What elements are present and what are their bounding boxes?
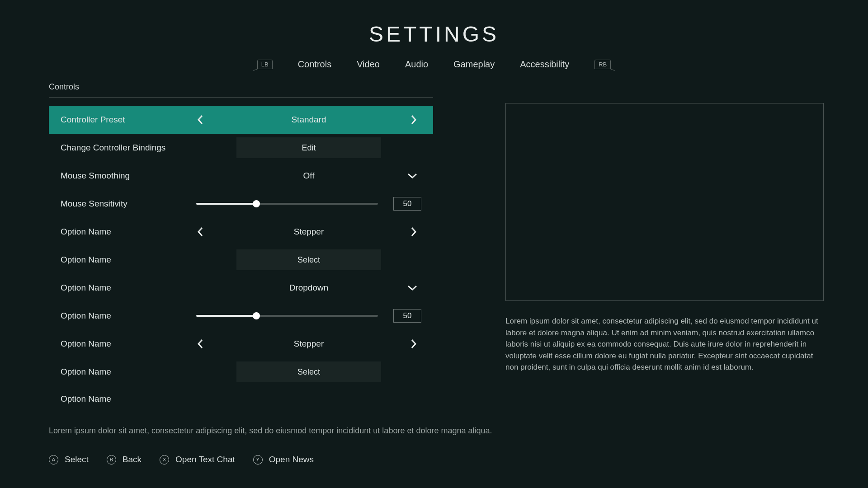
chevron-right-icon[interactable]	[410, 338, 418, 350]
option-label: Option Name	[61, 394, 196, 404]
section-label: Controls	[49, 82, 433, 98]
tab-video[interactable]: Video	[357, 59, 380, 70]
tabs-row: LB Controls Video Audio Gameplay Accessi…	[0, 59, 868, 82]
tab-audio[interactable]: Audio	[405, 59, 428, 70]
slider-fill	[196, 315, 256, 317]
option-generic-partial[interactable]: Option Name	[49, 386, 433, 405]
option-label: Controller Preset	[61, 115, 196, 125]
chevron-right-icon[interactable]	[410, 114, 418, 126]
option-controller-preset[interactable]: Controller Preset Standard	[49, 106, 433, 134]
option-label: Option Name	[61, 255, 196, 265]
description-text: Lorem ipsum dolor sit amet, consectetur …	[505, 315, 824, 373]
chevron-right-icon[interactable]	[410, 226, 418, 238]
prompt-label: Back	[123, 455, 142, 465]
option-label: Mouse Smoothing	[61, 171, 196, 181]
page-title: SETTINGS	[0, 0, 868, 59]
slider-value: 50	[393, 309, 421, 323]
option-change-bindings[interactable]: Change Controller Bindings Edit	[49, 134, 433, 162]
tab-gameplay[interactable]: Gameplay	[453, 59, 495, 70]
option-generic-stepper-1[interactable]: Option Name Stepper	[49, 218, 433, 246]
dropdown-value: Dropdown	[289, 283, 329, 293]
b-button-icon: B	[107, 455, 116, 465]
chevron-left-icon[interactable]	[196, 338, 204, 350]
chevron-left-icon[interactable]	[196, 114, 204, 126]
dropdown-value: Off	[303, 171, 315, 181]
option-label: Mouse Sensitivity	[61, 199, 196, 209]
slider-thumb[interactable]	[253, 312, 260, 319]
slider-track[interactable]	[196, 315, 378, 317]
select-button[interactable]: Select	[236, 361, 381, 382]
slider-value: 50	[393, 197, 421, 211]
stepper-value: Stepper	[294, 339, 324, 349]
option-mouse-sensitivity[interactable]: Mouse Sensitivity 50	[49, 190, 433, 218]
prompt-select: A Select	[49, 455, 89, 465]
select-button[interactable]: Select	[236, 249, 381, 270]
option-label: Change Controller Bindings	[61, 143, 196, 153]
option-generic-stepper-2[interactable]: Option Name Stepper	[49, 330, 433, 358]
x-button-icon: X	[160, 455, 169, 465]
option-label: Option Name	[61, 367, 196, 377]
option-generic-select-2[interactable]: Option Name Select	[49, 358, 433, 386]
edit-button[interactable]: Edit	[236, 137, 381, 158]
option-generic-slider-1[interactable]: Option Name 50	[49, 302, 433, 330]
option-label: Option Name	[61, 311, 196, 321]
prompt-back: B Back	[107, 455, 142, 465]
footer-prompts: A Select B Back X Open Text Chat Y Open …	[49, 455, 314, 465]
prompt-label: Open Text Chat	[175, 455, 235, 465]
stepper-value: Standard	[291, 115, 326, 125]
hint-text: Lorem ipsum dolor sit amet, consectetur …	[49, 426, 492, 436]
chevron-down-icon[interactable]	[407, 285, 418, 291]
prompt-label: Open News	[269, 455, 314, 465]
prompt-news: Y Open News	[253, 455, 314, 465]
chevron-left-icon[interactable]	[196, 226, 204, 238]
preview-box	[505, 103, 824, 301]
option-generic-dropdown-1[interactable]: Option Name Dropdown	[49, 274, 433, 302]
prompt-text-chat: X Open Text Chat	[160, 455, 235, 465]
slider-thumb[interactable]	[253, 200, 260, 207]
option-generic-select-1[interactable]: Option Name Select	[49, 246, 433, 274]
option-mouse-smoothing[interactable]: Mouse Smoothing Off	[49, 162, 433, 190]
slider-track[interactable]	[196, 203, 378, 205]
option-label: Option Name	[61, 339, 196, 349]
y-button-icon: Y	[253, 455, 263, 465]
tab-controls[interactable]: Controls	[298, 59, 331, 70]
option-label: Option Name	[61, 283, 196, 293]
prompt-label: Select	[65, 455, 89, 465]
stepper-value: Stepper	[294, 227, 324, 237]
bumper-rb-icon[interactable]: RB	[594, 60, 611, 69]
slider-fill	[196, 203, 256, 205]
tab-accessibility[interactable]: Accessibility	[520, 59, 569, 70]
options-list: Controller Preset Standard Change Contro…	[49, 106, 433, 405]
option-label: Option Name	[61, 227, 196, 237]
a-button-icon: A	[49, 455, 58, 465]
bumper-lb-icon[interactable]: LB	[257, 60, 273, 69]
chevron-down-icon[interactable]	[407, 173, 418, 179]
